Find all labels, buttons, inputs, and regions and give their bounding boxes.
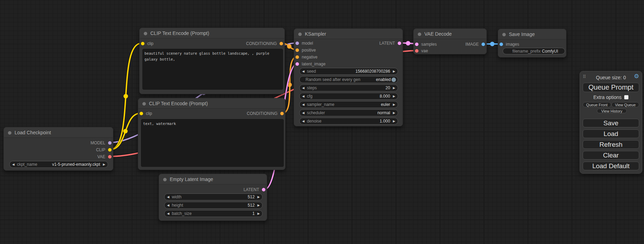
slot-label: positive	[302, 48, 316, 53]
cfg-widget[interactable]: ◀ cfg 8.000 ▶	[299, 93, 398, 100]
latent-port[interactable]	[295, 62, 299, 66]
clip-port[interactable]	[141, 42, 144, 45]
clip-port[interactable]	[140, 112, 143, 115]
load-default-button[interactable]: Load Default	[583, 162, 639, 170]
clip-positive-wire[interactable]	[110, 43, 141, 150]
step-right-icon[interactable]: ▶	[393, 70, 395, 73]
prompt-textarea[interactable]: beautiful scenery nature glass bottle la…	[142, 49, 283, 90]
node-title-bar[interactable]: Empty Latent Image	[159, 174, 267, 184]
node-title-bar[interactable]: Load Checkpoint	[4, 127, 113, 138]
node-collapse-dot[interactable]	[418, 33, 421, 36]
load-button[interactable]: Load	[583, 129, 639, 138]
view-history-button[interactable]: View History	[597, 109, 627, 113]
step-right-icon[interactable]: ▶	[393, 111, 395, 115]
toggle-dot[interactable]	[391, 78, 396, 82]
input-slot-positive: positive	[295, 47, 316, 54]
node-title-bar[interactable]: CLIP Text Encode (Prompt)	[140, 28, 284, 38]
slot-label: latent_image	[302, 62, 326, 66]
clip-negative-wire-midpoint-dot[interactable]	[123, 129, 128, 134]
cond-positive-wire-midpoint-dot[interactable]	[287, 44, 292, 49]
refresh-button[interactable]: Refresh	[583, 140, 639, 149]
clip-negative-wire[interactable]	[110, 113, 141, 150]
step-right-icon[interactable]: ▶	[257, 204, 260, 207]
gear-icon[interactable]: ⚙	[634, 73, 639, 79]
denoise-widget[interactable]: ◀ denoise 1.000 ▶	[299, 118, 398, 125]
step-left-icon[interactable]: ◀	[302, 87, 305, 90]
conditioning-port[interactable]	[295, 55, 299, 59]
step-left-icon[interactable]: ◀	[302, 111, 305, 115]
slot-label: vae	[421, 48, 428, 53]
step-right-icon[interactable]: ▶	[393, 95, 395, 98]
image-port[interactable]	[500, 43, 503, 46]
vae-port[interactable]	[415, 49, 418, 53]
step-left-icon[interactable]: ◀	[302, 95, 305, 98]
node-vae-decode[interactable]: VAE Decode samples vae IMAGE	[413, 28, 487, 54]
node-collapse-dot[interactable]	[144, 32, 147, 35]
conditioning-port[interactable]	[280, 42, 283, 45]
model-port[interactable]	[295, 42, 299, 45]
width-widget[interactable]: ◀ width 512 ▶	[164, 193, 263, 200]
step-right-icon[interactable]: ▶	[393, 87, 395, 90]
steps-widget[interactable]: ◀ steps 20 ▶	[299, 84, 398, 91]
height-widget[interactable]: ◀ height 512 ▶	[164, 202, 263, 209]
cond-negative-wire-midpoint-dot[interactable]	[288, 83, 292, 87]
step-right-icon[interactable]: ▶	[257, 196, 260, 199]
step-left-icon[interactable]: ◀	[302, 120, 305, 123]
clear-button[interactable]: Clear	[583, 151, 639, 160]
step-right-icon[interactable]: ▶	[393, 120, 395, 123]
node-save-image[interactable]: Save Image images filename_prefix ComfyU…	[498, 29, 566, 57]
view-queue-button[interactable]: View Queue	[611, 102, 639, 107]
node-load-checkpoint[interactable]: Load Checkpoint MODEL CLIP VAE ◀ ckpt_na…	[3, 127, 113, 171]
filename-prefix-widget[interactable]: filename_prefix ComfyUI	[503, 48, 565, 54]
queue-prompt-button[interactable]: Queue Prompt	[583, 83, 639, 92]
node-title-bar[interactable]: KSampler	[294, 29, 403, 39]
step-left-icon[interactable]: ◀	[12, 163, 15, 166]
clip-positive-wire-midpoint-dot[interactable]	[124, 94, 128, 99]
node-clip-text-encode-positive[interactable]: CLIP Text Encode (Prompt) clip CONDITION…	[139, 28, 285, 94]
clip-positive-wire-outline	[110, 43, 141, 150]
sampler-name-widget[interactable]: ◀ sampler_name euler ▶	[299, 101, 398, 108]
node-title-bar[interactable]: CLIP Text Encode (Prompt)	[138, 98, 285, 109]
node-graph-canvas[interactable]: Load Checkpoint MODEL CLIP VAE ◀ ckpt_na…	[0, 0, 644, 244]
random-seed-toggle-widget[interactable]: Random seed after every gen enabled	[299, 76, 398, 83]
node-collapse-dot[interactable]	[142, 102, 146, 106]
seed-widget[interactable]: ◀ seed 156680208700286 ▶	[299, 68, 398, 75]
image-port[interactable]	[482, 43, 485, 46]
latent-port[interactable]	[398, 42, 401, 45]
node-empty-latent-image[interactable]: Empty Latent Image LATENT ◀ width 512 ▶ …	[159, 174, 267, 221]
save-button[interactable]: Save	[583, 119, 639, 127]
queue-front-button[interactable]: Queue Front	[583, 102, 611, 107]
latent-port[interactable]	[415, 43, 418, 46]
step-left-icon[interactable]: ◀	[167, 196, 169, 199]
node-collapse-dot[interactable]	[8, 131, 11, 135]
scheduler-widget[interactable]: ◀ scheduler normal ▶	[299, 109, 398, 116]
node-collapse-dot[interactable]	[502, 33, 506, 36]
latent-port[interactable]	[262, 188, 265, 191]
node-collapse-dot[interactable]	[298, 33, 302, 36]
step-right-icon[interactable]: ▶	[103, 163, 105, 166]
step-right-icon[interactable]: ▶	[393, 103, 395, 106]
prompt-textarea[interactable]: text, watermark	[141, 119, 284, 167]
ckpt-name-widget[interactable]: ◀ ckpt_name v1-5-pruned-emaonly.ckpt ▶	[9, 161, 108, 168]
clip-port[interactable]	[108, 148, 112, 152]
node-title-bar[interactable]: VAE Decode	[414, 29, 486, 39]
conditioning-port[interactable]	[280, 112, 284, 115]
step-right-icon[interactable]: ▶	[257, 212, 260, 215]
samples-wire-midpoint-dot[interactable]	[406, 41, 411, 46]
node-ksampler[interactable]: KSampler model positive negative latent_…	[294, 28, 403, 126]
node-collapse-dot[interactable]	[163, 178, 167, 181]
vae-port[interactable]	[108, 155, 112, 159]
slot-label: LATENT	[244, 187, 259, 192]
extra-options-checkbox[interactable]	[624, 95, 628, 99]
batch-size-widget[interactable]: ◀ batch_size 1 ▶	[164, 210, 263, 217]
node-clip-text-encode-negative[interactable]: CLIP Text Encode (Prompt) clip CONDITION…	[138, 98, 285, 170]
image-wire-midpoint-dot[interactable]	[490, 42, 495, 46]
node-title-bar[interactable]: Save Image	[498, 29, 566, 39]
model-port[interactable]	[108, 141, 112, 145]
widget-value: 1	[252, 211, 255, 216]
conditioning-port[interactable]	[295, 48, 299, 52]
step-left-icon[interactable]: ◀	[167, 204, 169, 207]
step-left-icon[interactable]: ◀	[302, 103, 305, 106]
step-left-icon[interactable]: ◀	[167, 212, 169, 215]
step-left-icon[interactable]: ◀	[302, 70, 305, 73]
